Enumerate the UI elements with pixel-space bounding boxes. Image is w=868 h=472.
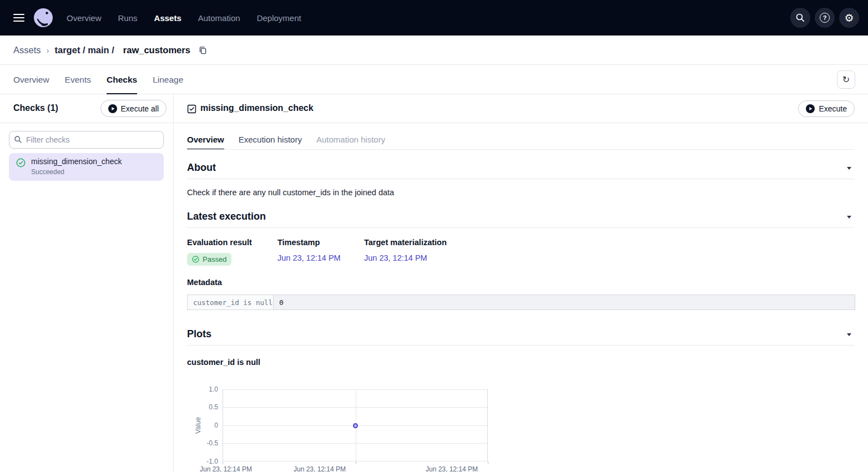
y-tick: -0.5 — [195, 439, 218, 448]
breadcrumb-row: Assets › target / main / raw_customers — [0, 35, 868, 65]
nav-item-runs[interactable]: Runs — [118, 13, 138, 23]
execute-all-label: Execute all — [121, 104, 159, 113]
y-tick: 0.5 — [195, 403, 218, 412]
settings-button[interactable]: ⚙ — [839, 8, 859, 28]
tab-execution-history[interactable]: Execution history — [239, 129, 302, 150]
latest-execution-heading: Latest execution — [187, 211, 266, 222]
filter-checks-input[interactable] — [9, 131, 164, 149]
column-timestamp: Timestamp — [277, 238, 320, 247]
gear-icon: ⚙ — [844, 13, 854, 23]
play-circle-icon — [806, 104, 815, 113]
check-detail-title: missing_dimension_check — [200, 103, 314, 113]
hamburger-menu-icon[interactable] — [13, 14, 24, 22]
check-detail-header: missing_dimension_check Execute — [174, 94, 868, 123]
execute-all-button[interactable]: Execute all — [100, 100, 166, 117]
x-tick: Jun 23, 12:14 PM — [284, 465, 356, 472]
check-success-icon — [192, 256, 199, 263]
about-description: Check if there are any null customer_ids… — [187, 188, 394, 197]
tab-events[interactable]: Events — [65, 65, 91, 94]
check-item-name: missing_dimension_check — [31, 157, 122, 166]
help-icon: ? — [820, 13, 830, 23]
latest-execution-collapse-caret-icon[interactable] — [847, 216, 851, 219]
breadcrumb-asset-name: raw_customers — [123, 45, 190, 55]
check-value-chart: Value 1.0 0.5 0 -0.5 -1.0 Jun 23, 12:14 … — [187, 385, 531, 472]
timestamp-link[interactable]: Jun 23, 12:14 PM — [277, 253, 341, 262]
breadcrumb-assets-link[interactable]: Assets — [13, 45, 41, 55]
plot-title: customer_id is null — [187, 358, 260, 367]
tab-automation-history[interactable]: Automation history — [316, 129, 385, 150]
nav-item-deployment[interactable]: Deployment — [257, 13, 301, 23]
section-divider — [187, 345, 855, 346]
y-tick: -1.0 — [195, 457, 218, 466]
breadcrumb-asset-path: target / main / — [55, 45, 114, 55]
x-tick: Jun 23, 12:14 PM — [190, 465, 262, 472]
column-target-materialization: Target materialization — [364, 238, 447, 247]
status-badge-label: Passed — [203, 255, 226, 263]
play-circle-icon — [108, 104, 117, 113]
top-nav-bar: Overview Runs Assets Automation Deployme… — [0, 0, 868, 35]
section-divider — [187, 227, 855, 228]
metadata-value-cell: 0 — [274, 295, 855, 309]
check-list-item[interactable]: missing_dimension_check Succeeded — [9, 153, 164, 181]
tab-check-overview[interactable]: Overview — [187, 129, 224, 150]
nav-item-assets[interactable]: Assets — [154, 13, 181, 23]
status-badge: Passed — [187, 253, 231, 266]
check-detail-tabs: Overview Execution history Automation hi… — [187, 129, 385, 150]
target-materialization-link[interactable]: Jun 23, 12:14 PM — [364, 253, 427, 262]
refresh-button[interactable]: ↻ — [837, 70, 855, 89]
x-tick: Jun 23, 12:14 PM — [416, 465, 488, 472]
section-divider — [187, 179, 855, 179]
asset-check-icon — [187, 104, 196, 114]
asset-tab-bar: Overview Events Checks Lineage ↻ — [0, 65, 868, 94]
y-tick: 1.0 — [195, 385, 218, 394]
column-evaluation-result: Evaluation result — [187, 238, 252, 247]
y-tick: 0 — [195, 421, 218, 430]
metadata-table: customer_id is null 0 — [187, 295, 855, 310]
primary-nav: Overview Runs Assets Automation Deployme… — [67, 0, 301, 35]
help-button[interactable]: ? — [815, 8, 835, 28]
about-heading: About — [187, 162, 216, 174]
tabs-divider — [187, 149, 855, 150]
tab-lineage[interactable]: Lineage — [153, 65, 183, 94]
copy-icon[interactable] — [198, 45, 207, 55]
search-icon — [795, 13, 805, 23]
search-button[interactable] — [790, 8, 810, 28]
search-icon — [14, 135, 22, 144]
checks-sidebar-header: Checks (1) Execute all — [0, 94, 173, 123]
filter-checks-field — [9, 131, 164, 149]
metadata-key-cell: customer_id is null — [188, 295, 274, 309]
refresh-icon: ↻ — [842, 74, 850, 85]
tab-checks[interactable]: Checks — [107, 65, 137, 94]
chevron-right-icon: › — [47, 45, 49, 55]
nav-item-overview[interactable]: Overview — [67, 13, 102, 23]
checks-count-title: Checks (1) — [13, 103, 58, 113]
nav-actions: ? ⚙ — [790, 8, 859, 28]
nav-item-automation[interactable]: Automation — [198, 13, 240, 23]
check-success-icon — [16, 158, 26, 168]
execute-button[interactable]: Execute — [798, 100, 855, 117]
check-item-status: Succeeded — [31, 168, 64, 176]
tab-overview[interactable]: Overview — [13, 65, 49, 94]
app-root: Overview Runs Assets Automation Deployme… — [0, 0, 868, 472]
plots-collapse-caret-icon[interactable] — [847, 333, 851, 336]
check-detail-panel: missing_dimension_check Execute Overview… — [174, 94, 868, 472]
metadata-heading: Metadata — [187, 278, 222, 287]
chart-data-point[interactable] — [353, 423, 358, 428]
checks-sidebar: Checks (1) Execute all — [0, 94, 174, 472]
execute-label: Execute — [819, 104, 847, 113]
breadcrumb: Assets › target / main / raw_customers — [13, 35, 207, 64]
about-collapse-caret-icon[interactable] — [847, 167, 851, 170]
dagster-logo[interactable] — [33, 8, 53, 28]
plots-heading: Plots — [187, 328, 211, 340]
